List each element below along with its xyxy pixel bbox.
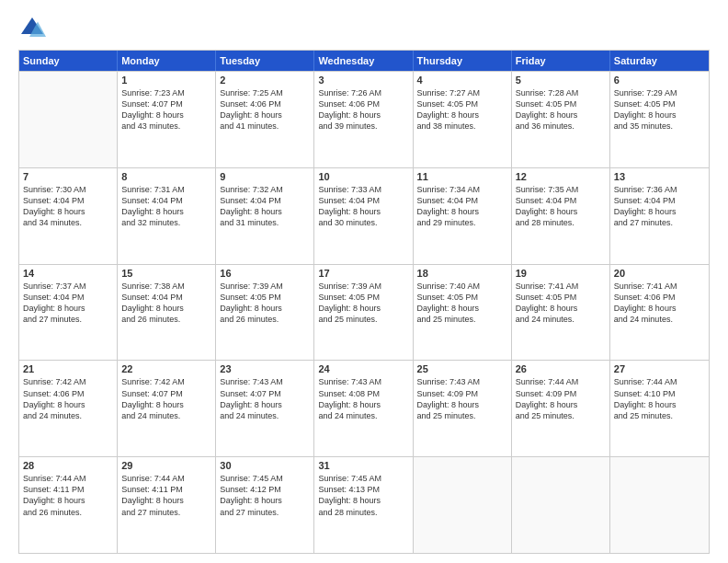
sunset-text: Sunset: 4:11 PM bbox=[23, 484, 113, 495]
day-number: 4 bbox=[417, 75, 507, 86]
sunrise-text: Sunrise: 7:41 AM bbox=[614, 281, 705, 292]
daylight-text-1: Daylight: 8 hours bbox=[318, 399, 408, 410]
sunset-text: Sunset: 4:06 PM bbox=[23, 388, 113, 399]
day-number: 10 bbox=[318, 171, 408, 182]
calendar-cell-3: 3Sunrise: 7:26 AMSunset: 4:06 PMDaylight… bbox=[314, 72, 413, 167]
daylight-text-2: and 28 minutes. bbox=[318, 507, 408, 518]
sunrise-text: Sunrise: 7:36 AM bbox=[614, 184, 705, 195]
daylight-text-2: and 25 minutes. bbox=[417, 314, 507, 325]
daylight-text-1: Daylight: 8 hours bbox=[417, 399, 507, 410]
daylight-text-2: and 26 minutes. bbox=[121, 314, 211, 325]
daylight-text-1: Daylight: 8 hours bbox=[614, 206, 705, 217]
day-number: 18 bbox=[417, 268, 507, 279]
sunrise-text: Sunrise: 7:33 AM bbox=[318, 184, 408, 195]
sunset-text: Sunset: 4:04 PM bbox=[23, 292, 113, 303]
sunset-text: Sunset: 4:07 PM bbox=[121, 388, 211, 399]
sunset-text: Sunset: 4:04 PM bbox=[318, 195, 408, 206]
daylight-text-1: Daylight: 8 hours bbox=[417, 109, 507, 121]
daylight-text-2: and 31 minutes. bbox=[220, 217, 310, 228]
calendar-cell-empty-4-6 bbox=[610, 457, 709, 553]
daylight-text-2: and 24 minutes. bbox=[614, 314, 705, 325]
calendar-cell-7: 7Sunrise: 7:30 AMSunset: 4:04 PMDaylight… bbox=[19, 168, 118, 264]
calendar-cell-29: 29Sunrise: 7:44 AMSunset: 4:11 PMDayligh… bbox=[118, 457, 216, 553]
day-number: 26 bbox=[516, 363, 606, 374]
sunrise-text: Sunrise: 7:43 AM bbox=[417, 376, 507, 387]
calendar-cell-22: 22Sunrise: 7:42 AMSunset: 4:07 PMDayligh… bbox=[118, 361, 216, 456]
sunset-text: Sunset: 4:09 PM bbox=[417, 388, 507, 399]
sunrise-text: Sunrise: 7:32 AM bbox=[220, 184, 310, 195]
sunrise-text: Sunrise: 7:44 AM bbox=[121, 473, 211, 484]
daylight-text-1: Daylight: 8 hours bbox=[614, 399, 705, 410]
day-number: 13 bbox=[614, 171, 705, 182]
day-number: 24 bbox=[318, 363, 408, 374]
daylight-text-1: Daylight: 8 hours bbox=[121, 495, 211, 506]
day-number: 20 bbox=[614, 268, 705, 279]
daylight-text-1: Daylight: 8 hours bbox=[516, 303, 606, 314]
day-number: 6 bbox=[614, 75, 705, 86]
calendar-cell-empty-0-0 bbox=[19, 72, 118, 167]
sunrise-text: Sunrise: 7:44 AM bbox=[614, 376, 705, 387]
day-number: 29 bbox=[121, 460, 211, 471]
calendar-cell-empty-4-4 bbox=[414, 457, 512, 553]
calendar-cell-30: 30Sunrise: 7:45 AMSunset: 4:12 PMDayligh… bbox=[216, 457, 314, 553]
daylight-text-1: Daylight: 8 hours bbox=[220, 495, 310, 506]
sunrise-text: Sunrise: 7:23 AM bbox=[121, 87, 211, 98]
daylight-text-2: and 30 minutes. bbox=[318, 217, 408, 228]
calendar-cell-1: 1Sunrise: 7:23 AMSunset: 4:07 PMDaylight… bbox=[118, 72, 216, 167]
daylight-text-2: and 24 minutes. bbox=[23, 410, 113, 421]
calendar-cell-9: 9Sunrise: 7:32 AMSunset: 4:04 PMDaylight… bbox=[216, 168, 314, 264]
sunrise-text: Sunrise: 7:26 AM bbox=[318, 87, 408, 98]
calendar-cell-13: 13Sunrise: 7:36 AMSunset: 4:04 PMDayligh… bbox=[610, 168, 709, 264]
sunrise-text: Sunrise: 7:34 AM bbox=[417, 184, 507, 195]
calendar-cell-19: 19Sunrise: 7:41 AMSunset: 4:05 PMDayligh… bbox=[512, 265, 610, 361]
calendar-cell-24: 24Sunrise: 7:43 AMSunset: 4:08 PMDayligh… bbox=[314, 361, 413, 456]
daylight-text-1: Daylight: 8 hours bbox=[516, 109, 606, 121]
calendar-cell-11: 11Sunrise: 7:34 AMSunset: 4:04 PMDayligh… bbox=[414, 168, 512, 264]
sunset-text: Sunset: 4:06 PM bbox=[614, 292, 705, 303]
day-number: 9 bbox=[220, 171, 310, 182]
logo bbox=[18, 15, 50, 42]
daylight-text-2: and 27 minutes. bbox=[614, 217, 705, 228]
calendar-cell-empty-4-5 bbox=[512, 457, 610, 553]
daylight-text-2: and 24 minutes. bbox=[318, 410, 408, 421]
calendar-body: 1Sunrise: 7:23 AMSunset: 4:07 PMDaylight… bbox=[19, 71, 709, 553]
sunset-text: Sunset: 4:05 PM bbox=[220, 292, 310, 303]
daylight-text-2: and 27 minutes. bbox=[220, 507, 310, 518]
daylight-text-2: and 34 minutes. bbox=[23, 217, 113, 228]
daylight-text-1: Daylight: 8 hours bbox=[121, 109, 211, 121]
day-number: 12 bbox=[516, 171, 606, 182]
daylight-text-2: and 24 minutes. bbox=[516, 314, 606, 325]
sunrise-text: Sunrise: 7:28 AM bbox=[516, 87, 606, 98]
sunset-text: Sunset: 4:04 PM bbox=[121, 195, 211, 206]
daylight-text-1: Daylight: 8 hours bbox=[220, 399, 310, 410]
daylight-text-2: and 25 minutes. bbox=[614, 410, 705, 421]
header-day-monday: Monday bbox=[118, 51, 216, 71]
calendar-row-4: 28Sunrise: 7:44 AMSunset: 4:11 PMDayligh… bbox=[19, 456, 709, 553]
day-number: 21 bbox=[23, 363, 113, 374]
calendar-cell-4: 4Sunrise: 7:27 AMSunset: 4:05 PMDaylight… bbox=[414, 72, 512, 167]
daylight-text-2: and 27 minutes. bbox=[121, 507, 211, 518]
daylight-text-2: and 25 minutes. bbox=[417, 410, 507, 421]
daylight-text-2: and 38 minutes. bbox=[417, 121, 507, 132]
sunrise-text: Sunrise: 7:35 AM bbox=[516, 184, 606, 195]
daylight-text-2: and 24 minutes. bbox=[121, 410, 211, 421]
sunset-text: Sunset: 4:05 PM bbox=[417, 292, 507, 303]
daylight-text-2: and 39 minutes. bbox=[318, 121, 408, 132]
page-header bbox=[18, 15, 710, 42]
logo-icon bbox=[18, 15, 46, 42]
calendar-cell-12: 12Sunrise: 7:35 AMSunset: 4:04 PMDayligh… bbox=[512, 168, 610, 264]
day-number: 11 bbox=[417, 171, 507, 182]
day-number: 31 bbox=[318, 460, 408, 471]
sunset-text: Sunset: 4:05 PM bbox=[417, 98, 507, 109]
calendar-cell-5: 5Sunrise: 7:28 AMSunset: 4:05 PMDaylight… bbox=[512, 72, 610, 167]
daylight-text-1: Daylight: 8 hours bbox=[23, 206, 113, 217]
sunrise-text: Sunrise: 7:39 AM bbox=[220, 281, 310, 292]
daylight-text-1: Daylight: 8 hours bbox=[417, 206, 507, 217]
daylight-text-2: and 32 minutes. bbox=[121, 217, 211, 228]
daylight-text-2: and 35 minutes. bbox=[614, 121, 705, 132]
day-number: 28 bbox=[23, 460, 113, 471]
day-number: 22 bbox=[121, 363, 211, 374]
daylight-text-2: and 25 minutes. bbox=[318, 314, 408, 325]
sunrise-text: Sunrise: 7:37 AM bbox=[23, 281, 113, 292]
sunrise-text: Sunrise: 7:39 AM bbox=[318, 281, 408, 292]
